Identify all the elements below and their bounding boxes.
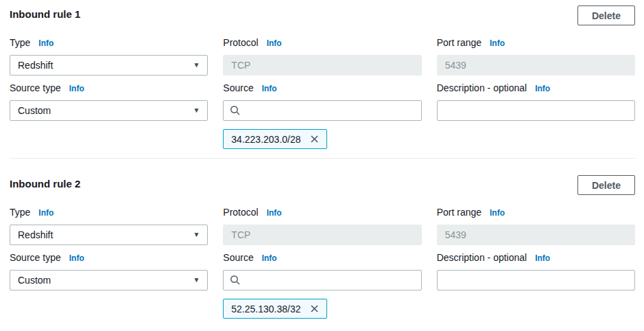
port-range-value: 5439: [445, 229, 466, 240]
chevron-down-icon: ▼: [193, 107, 200, 114]
field-label-row: Source type Info: [10, 251, 208, 264]
info-link[interactable]: Info: [38, 207, 53, 219]
delete-rule-button[interactable]: Delete: [577, 175, 635, 195]
protocol-field: TCP: [223, 55, 421, 76]
description-input[interactable]: [437, 270, 635, 290]
type-select[interactable]: Redshift ▼: [10, 225, 208, 245]
field-label-row: Description - optional Info: [437, 251, 635, 264]
rule-header: Inbound rule 1 Delete: [10, 5, 635, 25]
close-icon: [309, 304, 320, 314]
field-protocol: Protocol Info TCP: [223, 36, 421, 76]
description-label: Description - optional: [437, 82, 527, 94]
field-source: Source Info 34.223.203.0/28: [223, 82, 421, 149]
field-label-row: Type Info: [10, 36, 208, 49]
source-type-select-value: Custom: [18, 105, 51, 116]
field-port-range: Port range Info 5439: [437, 36, 635, 76]
protocol-value: TCP: [231, 229, 250, 240]
inbound-rule-1-section: Inbound rule 1 Delete Type Info Redshift…: [10, 5, 635, 149]
rule-fields: Type Info Redshift ▼ Protocol Info TCP: [10, 206, 635, 319]
source-cidr-token-label: 52.25.130.38/32: [231, 304, 300, 315]
field-source: Source Info 52.25.130.38/32: [223, 251, 421, 319]
field-source-type: Source type Info Custom ▼: [10, 251, 208, 290]
field-label-row: Description - optional Info: [437, 82, 635, 95]
type-label: Type: [10, 206, 30, 218]
field-port-range: Port range Info 5439: [437, 206, 635, 245]
field-label-row: Source Info: [223, 251, 421, 264]
source-search-input[interactable]: [246, 271, 418, 290]
chevron-down-icon: ▼: [193, 62, 200, 69]
info-link[interactable]: Info: [535, 82, 550, 95]
source-type-select-value: Custom: [18, 275, 51, 286]
info-link[interactable]: Info: [267, 207, 282, 219]
delete-rule-button[interactable]: Delete: [577, 5, 635, 25]
source-search-input[interactable]: [246, 101, 418, 120]
remove-source-button[interactable]: [308, 133, 321, 146]
info-link[interactable]: Info: [38, 37, 53, 49]
rule-title: Inbound rule 1: [10, 5, 80, 20]
info-link[interactable]: Info: [490, 207, 505, 219]
field-label-row: Port range Info: [437, 206, 635, 219]
description-label: Description - optional: [437, 251, 527, 264]
protocol-label: Protocol: [223, 36, 258, 49]
type-select[interactable]: Redshift ▼: [10, 55, 208, 76]
port-range-field: 5439: [437, 225, 635, 245]
info-link[interactable]: Info: [69, 252, 84, 264]
source-cidr-token-label: 34.223.203.0/28: [231, 134, 300, 145]
field-label-row: Type Info: [10, 206, 208, 219]
port-range-label: Port range: [437, 36, 481, 49]
source-type-select[interactable]: Custom ▼: [10, 270, 208, 290]
info-link[interactable]: Info: [69, 82, 84, 95]
info-link[interactable]: Info: [262, 82, 277, 95]
info-link[interactable]: Info: [262, 252, 277, 264]
source-type-label: Source type: [10, 82, 61, 94]
section-divider: [10, 158, 635, 159]
chevron-down-icon: ▼: [193, 231, 200, 238]
source-label: Source: [223, 251, 253, 264]
rule-title: Inbound rule 2: [10, 175, 80, 190]
source-label: Source: [223, 82, 253, 94]
rule-header: Inbound rule 2 Delete: [10, 175, 635, 195]
source-type-label: Source type: [10, 251, 61, 264]
source-search-box: [223, 100, 421, 121]
info-link[interactable]: Info: [267, 37, 282, 49]
inbound-rule-2-section: Inbound rule 2 Delete Type Info Redshift…: [10, 175, 635, 319]
field-type: Type Info Redshift ▼: [10, 206, 208, 245]
protocol-field: TCP: [223, 225, 421, 245]
source-cidr-token: 52.25.130.38/32: [223, 299, 326, 319]
type-select-value: Redshift: [18, 229, 53, 240]
field-description: Description - optional Info: [437, 82, 635, 121]
field-type: Type Info Redshift ▼: [10, 36, 208, 76]
source-type-select[interactable]: Custom ▼: [10, 100, 208, 121]
search-icon: [230, 275, 241, 286]
port-range-label: Port range: [437, 206, 481, 218]
protocol-label: Protocol: [223, 206, 258, 218]
info-link[interactable]: Info: [490, 37, 505, 49]
port-range-value: 5439: [445, 60, 466, 71]
source-cidr-token: 34.223.203.0/28: [223, 129, 326, 149]
type-label: Type: [10, 36, 30, 49]
close-icon: [309, 134, 320, 144]
type-select-value: Redshift: [18, 60, 53, 71]
field-description: Description - optional Info: [437, 251, 635, 290]
rule-fields: Type Info Redshift ▼ Protocol Info TCP: [10, 36, 635, 149]
search-icon: [230, 105, 241, 116]
source-search-box: [223, 270, 421, 290]
inbound-rules-editor: Inbound rule 1 Delete Type Info Redshift…: [0, 0, 644, 331]
field-label-row: Protocol Info: [223, 206, 421, 219]
field-label-row: Source type Info: [10, 82, 208, 95]
field-label-row: Source Info: [223, 82, 421, 95]
field-protocol: Protocol Info TCP: [223, 206, 421, 245]
field-label-row: Port range Info: [437, 36, 635, 49]
port-range-field: 5439: [437, 55, 635, 76]
field-label-row: Protocol Info: [223, 36, 421, 49]
field-source-type: Source type Info Custom ▼: [10, 82, 208, 121]
info-link[interactable]: Info: [535, 252, 550, 264]
description-input[interactable]: [437, 100, 635, 121]
protocol-value: TCP: [231, 60, 250, 71]
chevron-down-icon: ▼: [193, 277, 200, 284]
remove-source-button[interactable]: [308, 302, 321, 315]
